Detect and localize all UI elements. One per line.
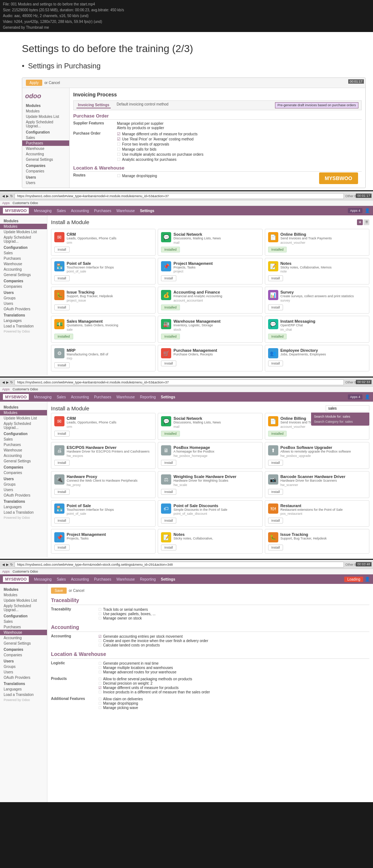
- install-button[interactable]: Install: [54, 304, 70, 310]
- customers-odoo-2[interactable]: Customer's Odoo: [13, 387, 38, 391]
- list-view-icon[interactable]: ☰: [364, 219, 369, 225]
- sidebar-load-4[interactable]: Load a Translation: [0, 692, 47, 697]
- prod-check4[interactable]: ☐: [98, 690, 102, 694]
- install-button[interactable]: Install: [54, 460, 70, 466]
- sidebar-purchases-2[interactable]: Purchases: [0, 256, 47, 261]
- sidebar-groups-2[interactable]: Groups: [0, 295, 47, 301]
- sidebar-warehouse-4[interactable]: Warehouse: [0, 630, 47, 635]
- sidebar-update-3[interactable]: Update Modules List: [0, 415, 47, 421]
- sidebar-oauth-2[interactable]: OAuth Providers: [0, 306, 47, 312]
- po-opt3-check[interactable]: ☐: [117, 142, 121, 147]
- sidebar-sales-4[interactable]: Sales: [0, 619, 47, 624]
- nav-sales-4[interactable]: Sales: [55, 577, 68, 582]
- sidebar-warehouse[interactable]: Warehouse: [22, 146, 69, 151]
- customers-odoo-4[interactable]: Customer's Odoo: [13, 570, 38, 573]
- sidebar-sales-3[interactable]: Sales: [0, 437, 47, 442]
- sidebar-users-2[interactable]: Users: [0, 301, 47, 306]
- nav-refresh-2[interactable]: ↻: [10, 381, 13, 384]
- sidebar-accounting-2[interactable]: Accounting: [0, 267, 47, 272]
- browser-url-1[interactable]: https://mysbwoo1.odoo.com/web#view_type=…: [15, 193, 344, 199]
- sidebar-modules-2[interactable]: Modules: [0, 224, 47, 229]
- browser-url-2[interactable]: https://mysbwoo1.odoo.com/web#view_type=…: [15, 379, 344, 385]
- sidebar-users-item-3[interactable]: Users: [0, 487, 47, 493]
- add-check1[interactable]: ☐: [98, 697, 102, 701]
- install-button[interactable]: Install: [268, 460, 283, 466]
- install-button[interactable]: Install: [161, 460, 176, 466]
- sidebar-languages-2[interactable]: Languages: [0, 318, 47, 323]
- install-button[interactable]: Install: [161, 489, 176, 495]
- sidebar-apply-2[interactable]: Apply Scheduled Upgrad...: [0, 235, 47, 244]
- sidebar-users-item[interactable]: Users: [22, 180, 69, 186]
- sidebar-accounting-3[interactable]: Accounting: [0, 453, 47, 458]
- install-button[interactable]: Install: [268, 545, 283, 550]
- sidebar-modules-4[interactable]: Modules: [0, 592, 47, 598]
- install-button[interactable]: Install: [54, 362, 70, 368]
- nav-sales-1[interactable]: Sales: [55, 208, 68, 214]
- nav-purchases-1[interactable]: Purchases: [92, 208, 113, 214]
- nav-refresh-4[interactable]: ↻: [10, 563, 13, 566]
- sidebar-purchases-4[interactable]: Purchases: [0, 624, 47, 630]
- log-check2[interactable]: ☐: [98, 666, 102, 670]
- install-button[interactable]: Install: [54, 518, 70, 523]
- search-module-label[interactable]: Search Module for: sales: [313, 414, 367, 419]
- sidebar-general-3[interactable]: General Settings: [0, 458, 47, 464]
- user-icon-3[interactable]: 👤: [365, 394, 370, 399]
- install-button[interactable]: Install: [268, 518, 283, 523]
- nav-back-4[interactable]: ◀: [2, 563, 5, 566]
- sidebar-general-4[interactable]: General Settings: [0, 641, 47, 646]
- nav-warehouse-3[interactable]: Warehouse: [114, 394, 137, 400]
- prod-check1[interactable]: ☐: [98, 677, 102, 681]
- install-button[interactable]: Install: [161, 545, 176, 550]
- kanban-view-icon[interactable]: ⊞: [357, 219, 363, 225]
- nav-purchases-3[interactable]: Purchases: [92, 394, 113, 400]
- nav-messaging-3[interactable]: Messaging: [32, 394, 54, 400]
- apps-label-2[interactable]: Apps: [2, 387, 10, 391]
- po-opt4-check[interactable]: ☐: [117, 147, 121, 152]
- install-button[interactable]: Install: [54, 247, 70, 252]
- sidebar-update-4[interactable]: Update Modules List: [0, 598, 47, 603]
- sidebar-sales[interactable]: Sales: [22, 135, 69, 140]
- browser-url-3[interactable]: https://mysbwoo1.odoo.com/web#view_type=…: [15, 562, 344, 568]
- sidebar-accounting-4[interactable]: Accounting: [0, 635, 47, 641]
- sidebar-apply-3[interactable]: Apply Scheduled Upgrad...: [0, 421, 47, 430]
- sidebar-apply-4[interactable]: Apply Scheduled Upgrad...: [0, 603, 47, 613]
- apps-label[interactable]: Apps: [2, 201, 10, 205]
- trace-check1[interactable]: ☐: [98, 608, 102, 612]
- nav-accounting-3[interactable]: Accounting: [69, 394, 91, 400]
- acct-check3[interactable]: ☐: [98, 643, 102, 647]
- save-button-4[interactable]: Save: [51, 588, 67, 594]
- sidebar-update-modules[interactable]: Update Modules List: [22, 114, 69, 119]
- sidebar-purchases-3[interactable]: Purchases: [0, 442, 47, 447]
- sidebar-accounting[interactable]: Accounting: [22, 151, 69, 157]
- nav-warehouse-1[interactable]: Warehouse: [114, 208, 137, 214]
- nav-forward[interactable]: ▶: [6, 194, 9, 198]
- nav-back[interactable]: ◀: [2, 194, 5, 198]
- sidebar-purchases[interactable]: Purchases: [22, 140, 69, 146]
- sidebar-sales-2[interactable]: Sales: [0, 250, 47, 256]
- user-icon-1[interactable]: 👤: [365, 208, 370, 213]
- nav-messaging-4[interactable]: Messaging: [32, 577, 54, 582]
- apply-button[interactable]: Apply: [26, 80, 42, 86]
- install-button[interactable]: Install: [54, 489, 70, 495]
- nav-reporting-4[interactable]: Reporting: [138, 577, 158, 582]
- install-button[interactable]: Install: [54, 431, 70, 437]
- acct-check1[interactable]: ☑: [98, 634, 102, 638]
- acct-check2[interactable]: ☐: [98, 639, 102, 643]
- sidebar-companies-2[interactable]: Companies: [0, 284, 47, 289]
- po-opt6-check[interactable]: ☐: [117, 157, 121, 162]
- sidebar-groups-4[interactable]: Groups: [0, 664, 47, 669]
- sidebar-modules[interactable]: Modules: [22, 108, 69, 114]
- sidebar-load-translation-2[interactable]: Load a Translation: [0, 323, 47, 329]
- default-method-select[interactable]: Pre-generate draft invoices based on pur…: [275, 102, 358, 108]
- sidebar-apply-scheduled[interactable]: Apply Scheduled Upgrad...: [22, 119, 69, 129]
- sidebar-load-3[interactable]: Load a Translation: [0, 510, 47, 515]
- sidebar-update-2[interactable]: Update Modules List: [0, 229, 47, 235]
- install-button[interactable]: Install: [268, 304, 283, 310]
- nav-sales-3[interactable]: Sales: [55, 394, 68, 400]
- sidebar-general-2[interactable]: General Settings: [0, 272, 47, 278]
- po-opt5-check[interactable]: ☐: [117, 152, 121, 157]
- po-opt2-check[interactable]: ☑: [117, 137, 121, 142]
- nav-warehouse-4[interactable]: Warehouse: [114, 577, 137, 582]
- prod-check3[interactable]: ☑: [98, 686, 102, 690]
- install-button[interactable]: Install: [268, 489, 283, 495]
